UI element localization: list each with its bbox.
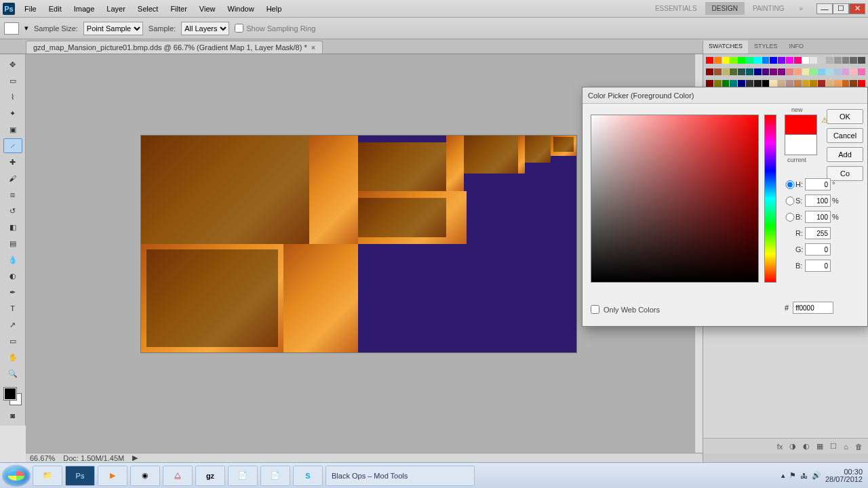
tab-info[interactable]: INFO	[784, 41, 810, 54]
swatch[interactable]	[842, 80, 850, 87]
swatch[interactable]	[834, 80, 842, 87]
taskbar-explorer-icon[interactable]: 📁	[33, 466, 62, 486]
layer-style-icon[interactable]: ◑	[789, 442, 796, 451]
type-tool[interactable]: T	[3, 301, 22, 316]
swatch[interactable]	[754, 57, 762, 64]
dodge-tool[interactable]: ◐	[3, 268, 22, 283]
menu-layer[interactable]: Layer	[101, 2, 131, 16]
foreground-background-colors[interactable]	[3, 386, 23, 407]
layers-panel-body[interactable]	[703, 316, 868, 438]
swatch[interactable]	[722, 68, 730, 75]
b-radio[interactable]	[785, 213, 795, 222]
workspace-painting[interactable]: PAINTING	[746, 2, 791, 15]
swatch[interactable]	[706, 80, 713, 87]
taskbar-running-window[interactable]: Black Ops – Mod Tools	[326, 466, 475, 486]
swatch[interactable]	[858, 80, 865, 87]
menu-filter[interactable]: Filter	[165, 2, 192, 16]
zoom-readout[interactable]: 66.67%	[30, 454, 55, 462]
swatch[interactable]	[762, 68, 770, 75]
trash-icon[interactable]: 🗑	[855, 443, 863, 451]
swatch[interactable]	[730, 80, 737, 87]
swatch[interactable]	[738, 57, 745, 64]
swatch[interactable]	[802, 57, 810, 64]
tray-flag-icon[interactable]: ⚑	[789, 471, 796, 480]
swatch[interactable]	[770, 57, 777, 64]
brush-tool[interactable]: 🖌	[3, 171, 22, 186]
crop-tool[interactable]: ▣	[3, 122, 22, 137]
ok-button[interactable]: OK	[827, 109, 863, 124]
swatch[interactable]	[762, 57, 770, 64]
tab-swatches[interactable]: SWATCHES	[703, 41, 748, 54]
taskbar-skype-icon[interactable]: S	[293, 466, 323, 486]
swatch[interactable]	[818, 68, 825, 75]
foreground-color-swatch[interactable]	[4, 388, 16, 400]
menu-select[interactable]: Select	[132, 2, 164, 16]
healing-tool[interactable]: ✚	[3, 155, 22, 169]
swatch[interactable]	[714, 80, 722, 87]
menu-window[interactable]: Window	[222, 2, 260, 16]
swatch[interactable]	[778, 68, 785, 75]
swatch[interactable]	[706, 57, 713, 64]
cancel-button[interactable]: Cancel	[827, 128, 863, 143]
canvas[interactable]	[141, 136, 576, 352]
quickmask-toggle[interactable]: ◙	[3, 408, 22, 423]
menu-view[interactable]: View	[194, 2, 221, 16]
swatch[interactable]	[810, 80, 817, 87]
blur-tool[interactable]: 💧	[3, 252, 22, 267]
swatch[interactable]	[714, 68, 722, 75]
show-sampling-ring[interactable]: Show Sampling Ring	[235, 24, 315, 33]
swatch[interactable]	[778, 80, 785, 87]
swatch[interactable]	[786, 80, 793, 87]
taskbar-notepad1-icon[interactable]: 📄	[228, 466, 258, 486]
shape-tool[interactable]: ▭	[3, 333, 22, 348]
sample-size-select[interactable]: Point Sample	[83, 22, 143, 35]
taskbar-notepad2-icon[interactable]: 📄	[260, 466, 290, 486]
color-picker-title[interactable]: Color Picker (Foreground Color)	[583, 87, 867, 104]
swatch[interactable]	[770, 80, 777, 87]
only-web-colors-check[interactable]	[591, 305, 599, 314]
gradient-tool[interactable]: ▤	[3, 236, 22, 251]
tray-up-icon[interactable]: ▴	[781, 471, 785, 480]
bl-input[interactable]	[805, 260, 831, 272]
new-layer-icon[interactable]: ⌂	[844, 443, 848, 451]
history-brush-tool[interactable]: ↺	[3, 203, 22, 218]
workspace-essentials[interactable]: ESSENTIALS	[648, 2, 704, 15]
hand-tool[interactable]: ✋	[3, 350, 22, 365]
swatch[interactable]	[786, 57, 793, 64]
swatch[interactable]	[818, 57, 825, 64]
swatch[interactable]	[858, 68, 865, 75]
swatch[interactable]	[802, 80, 810, 87]
g-input[interactable]	[805, 243, 831, 256]
swatch[interactable]	[842, 57, 850, 64]
swatch[interactable]	[738, 68, 745, 75]
swatch[interactable]	[738, 80, 745, 87]
swatch[interactable]	[794, 57, 802, 64]
adjustment-layer-icon[interactable]: ▦	[816, 442, 823, 451]
only-web-colors[interactable]: Only Web Colors	[591, 305, 660, 314]
s-input[interactable]	[805, 195, 831, 207]
show-sampling-ring-check[interactable]	[235, 24, 243, 33]
swatch[interactable]	[850, 80, 857, 87]
swatch[interactable]	[802, 68, 810, 75]
doc-info-arrow-icon[interactable]: ▶	[132, 453, 138, 462]
s-radio[interactable]	[785, 197, 795, 205]
swatch[interactable]	[754, 68, 762, 75]
path-tool[interactable]: ↗	[3, 317, 22, 332]
link-layers-icon[interactable]: fx	[777, 443, 783, 451]
menu-image[interactable]: Image	[68, 2, 100, 16]
swatch[interactable]	[850, 57, 857, 64]
close-button[interactable]: ✕	[849, 3, 865, 14]
swatch[interactable]	[786, 68, 793, 75]
menu-file[interactable]: File	[19, 2, 42, 16]
h-radio[interactable]	[785, 180, 795, 189]
swatch[interactable]	[810, 68, 817, 75]
taskbar-radiant-icon[interactable]: ⧋	[163, 466, 193, 486]
pen-tool[interactable]: ✒	[3, 285, 22, 300]
tray-network-icon[interactable]: 🖧	[800, 472, 808, 480]
move-tool[interactable]: ✥	[3, 57, 22, 72]
swatch[interactable]	[730, 57, 737, 64]
taskbar-photoshop-icon[interactable]: Ps	[65, 466, 95, 486]
taskbar-gz-icon[interactable]: gz	[195, 466, 225, 486]
r-input[interactable]	[805, 227, 831, 239]
hue-slider[interactable]	[764, 115, 776, 283]
